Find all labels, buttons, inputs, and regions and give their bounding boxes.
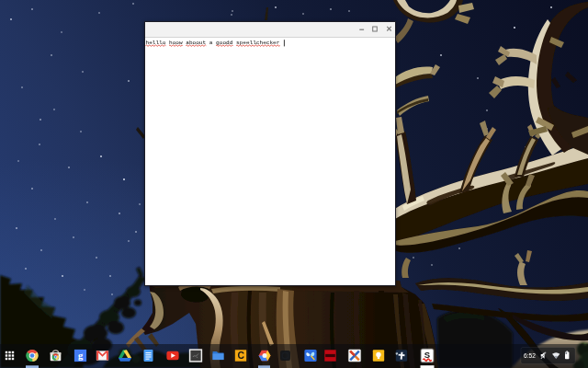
svg-text:6:52: 6:52 — [524, 352, 536, 359]
svg-text:C: C — [237, 350, 244, 361]
svg-text:g: g — [78, 351, 84, 361]
